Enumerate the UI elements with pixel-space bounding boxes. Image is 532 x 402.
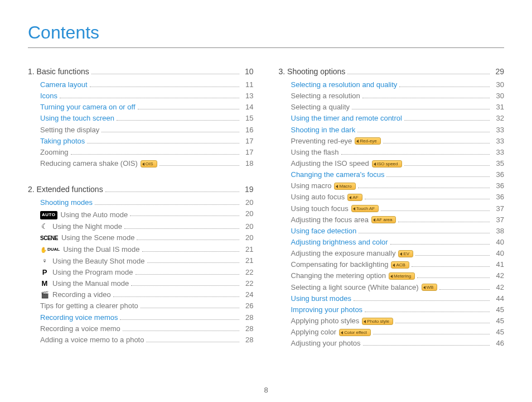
feature-badge: EV [398, 250, 413, 257]
toc-entry[interactable]: Using burst modes44 [279, 293, 505, 304]
toc-entry[interactable]: SCENEUsing the Scene mode20 [28, 232, 254, 244]
toc-entry-label: Turning your camera on or off [40, 102, 136, 113]
toc-entry-label: Taking photos [40, 136, 85, 147]
toc-entry-label: Selecting a resolution [291, 90, 360, 102]
leader-dots [117, 116, 239, 121]
toc-page-number: 26 [241, 300, 254, 312]
toc-page-number: 45 [492, 304, 504, 315]
feature-badge: Macro [334, 183, 355, 190]
toc-entry-label: Adjusting the focus areaAF area [291, 214, 396, 226]
toc-entry[interactable]: Reducing camera shake (OIS)OIS18 [28, 158, 254, 169]
toc-page-number: 35 [492, 158, 504, 169]
toc-entry[interactable]: Selecting a resolution30 [279, 90, 505, 102]
toc-entry[interactable]: Changing the camera's focus36 [279, 169, 505, 180]
toc-entry[interactable]: Adjusting the exposure manuallyEV40 [279, 248, 505, 259]
leader-dots [390, 240, 490, 245]
toc-entry[interactable]: Adding a voice memo to a photo28 [28, 334, 254, 346]
feature-badge: Color effect [339, 329, 371, 336]
leader-dots [439, 284, 490, 289]
leader-dots [137, 235, 239, 240]
feature-badge: ISO speed [372, 160, 402, 168]
leader-dots [363, 341, 490, 346]
feature-badge: Red-eye [355, 137, 380, 145]
toc-entry-label: Preventing red-eyeRed-eye [291, 136, 381, 147]
toc-entry[interactable]: Adjusting the ISO speedISO speed35 [279, 158, 505, 169]
toc-entry[interactable]: Turning your camera on or off14 [28, 102, 254, 113]
toc-entry[interactable]: ✋DUALUsing the Dual IS mode21 [28, 244, 254, 256]
leader-dots [130, 211, 239, 216]
toc-entry-label: Using face detection [291, 226, 357, 237]
toc-entry[interactable]: Using the flash33 [279, 147, 505, 158]
toc-entry[interactable]: Applying photo stylesPhoto style45 [279, 315, 505, 327]
toc-entry[interactable]: Using auto focusAF36 [279, 192, 505, 203]
toc-entry-label: Adjusting the ISO speedISO speed [291, 158, 402, 169]
leader-dots [60, 93, 239, 98]
leader-dots [347, 69, 490, 74]
moon-icon: ☾ [40, 221, 49, 232]
toc-entry[interactable]: Using the touch screen15 [28, 113, 254, 124]
toc-page-number: 10 [241, 67, 254, 76]
feature-badge: Photo style [362, 318, 393, 325]
toc-entry-label: Changing the camera's focus [291, 169, 385, 180]
toc-page-number: 33 [492, 125, 504, 136]
toc-entry-label: Reducing camera shake (OIS)OIS [40, 158, 157, 169]
toc-entry[interactable]: Adjusting the focus areaAF area37 [279, 214, 505, 226]
toc-page-number: 19 [241, 185, 254, 194]
toc-entry[interactable]: Recording a voice memo28 [28, 323, 254, 334]
toc-entry[interactable]: ♀Using the Beauty Shot mode21 [28, 255, 254, 266]
toc-entry[interactable]: Using touch focusTouch AF37 [279, 203, 505, 214]
toc-page-number: 28 [241, 334, 254, 346]
toc-section-heading[interactable]: 3. Shooting options29 [279, 67, 505, 76]
leader-dots [131, 281, 239, 286]
toc-entry[interactable]: MUsing the Manual mode22 [28, 278, 254, 289]
leader-dots [404, 161, 490, 166]
leader-dots [358, 183, 490, 188]
toc-page-number: 20 [241, 232, 254, 243]
toc-entry[interactable]: Using macroMacro36 [279, 180, 505, 192]
leader-dots [120, 314, 239, 319]
toc-entry[interactable]: Recording voice memos28 [28, 312, 254, 323]
toc-entry[interactable]: Improving your photos45 [279, 304, 505, 315]
toc-entry[interactable]: Preventing red-eyeRed-eye33 [279, 136, 505, 147]
toc-section-heading[interactable]: 2. Extended functions19 [28, 185, 254, 194]
leader-dots [412, 262, 490, 267]
toc-entry[interactable]: ☾Using the Night mode20 [28, 221, 254, 232]
toc-entry[interactable]: Compensating for backlightingACB41 [279, 259, 505, 270]
toc-entry[interactable]: PUsing the Program mode22 [28, 267, 254, 278]
toc-page-number: 22 [241, 278, 254, 289]
leader-dots [365, 194, 490, 199]
toc-entry[interactable]: Icons13 [28, 90, 254, 102]
toc-entry[interactable]: Zooming17 [28, 147, 254, 158]
toc-entry-label: PUsing the Program mode [40, 267, 133, 278]
toc-entry[interactable]: Setting the display16 [28, 125, 254, 136]
toc-entry[interactable]: Camera layout11 [28, 79, 254, 90]
toc-page-number: 14 [241, 102, 254, 113]
toc-entry[interactable]: Shooting in the dark33 [279, 125, 505, 136]
toc-entry[interactable]: Using face detection38 [279, 226, 505, 237]
toc-entry[interactable]: Adjusting your photos46 [279, 338, 505, 349]
toc-entry[interactable]: Tips for getting a clearer photo26 [28, 300, 254, 312]
leader-dots [105, 186, 239, 192]
toc-entry[interactable]: Adjusting brightness and color40 [279, 237, 505, 248]
feature-badge: OIS [141, 160, 157, 168]
toc-page-number: 15 [241, 113, 254, 124]
toc-entry-label: Adjusting brightness and color [291, 237, 388, 248]
toc-section-heading[interactable]: 1. Basic functions10 [28, 67, 254, 76]
toc-entry[interactable]: Changing the metering optionMetering42 [279, 270, 505, 281]
toc-entry[interactable]: Using the timer and remote control32 [279, 113, 505, 124]
toc-entry[interactable]: Selecting a light source (White balance)… [279, 282, 505, 293]
toc-entry-label: AUTOUsing the Auto mode [40, 209, 128, 221]
toc-entry[interactable]: Shooting modes20 [28, 197, 254, 208]
toc-entry[interactable]: Selecting a quality31 [279, 102, 505, 113]
toc-entry[interactable]: Applying colorColor effect45 [279, 327, 505, 338]
leader-dots [415, 251, 490, 256]
leader-dots [404, 116, 490, 121]
toc-page-number: 24 [241, 289, 254, 300]
feature-badge: AF [347, 194, 362, 201]
toc-entry[interactable]: Selecting a resolution and quality30 [279, 79, 505, 90]
leader-dots [71, 150, 239, 155]
leader-dots [417, 273, 490, 278]
toc-entry[interactable]: 🎬Recording a video24 [28, 289, 254, 300]
toc-entry[interactable]: AUTOUsing the Auto mode20 [28, 208, 254, 221]
toc-entry[interactable]: Taking photos17 [28, 136, 254, 147]
